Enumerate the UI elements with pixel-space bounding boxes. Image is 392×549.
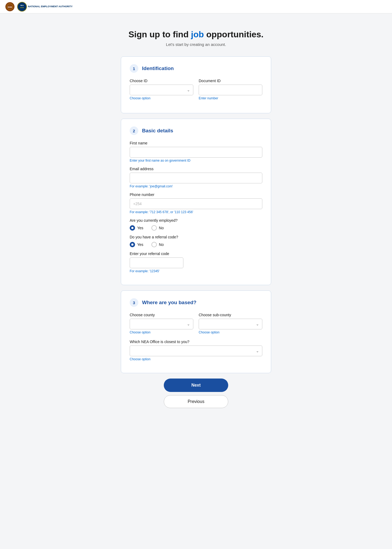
identification-title: Identification [142, 66, 174, 71]
next-button[interactable]: Next [164, 379, 228, 392]
county-select[interactable]: Nairobi Mombasa Kisumu [130, 319, 193, 329]
document-id-input[interactable] [199, 85, 262, 95]
basic-details-section: 2 Basic details First name Enter your fi… [121, 119, 271, 285]
enter-referral-group: Enter your referral code For example: '1… [130, 252, 262, 273]
referral-code-input[interactable] [130, 257, 183, 268]
nea-office-group: Which NEA Office is closest to you? ⌄ Ch… [130, 340, 262, 361]
document-id-hint: Enter number [199, 96, 262, 100]
subcounty-label: Choose sub-county [199, 313, 262, 317]
first-name-group: First name Enter your first name as on g… [130, 141, 262, 162]
referral-no-radio[interactable] [151, 242, 157, 247]
location-header: 3 Where are you based? [130, 298, 262, 307]
page-title: Sign up to find job opportunities. [121, 30, 271, 39]
choose-id-group: Choose ID National ID Passport Alien ID … [130, 79, 193, 100]
employed-no-label: No [159, 226, 164, 230]
employed-yes-item[interactable]: Yes [130, 225, 143, 231]
referral-no-item[interactable]: No [151, 242, 164, 247]
email-label: Email address [130, 167, 262, 171]
government-logo: GOK NEA KENYA NATIONAL EMPLOYMENT AUTHOR… [5, 2, 72, 12]
referral-question-group: Do you have a referral code? Yes No [130, 235, 262, 247]
svg-text:NEA: NEA [20, 5, 24, 6]
gov-emblem: GOK [5, 2, 14, 11]
county-group: Choose county Nairobi Mombasa Kisumu ⌄ C… [130, 313, 193, 334]
subcounty-group: Choose sub-county ⌄ Choose option [199, 313, 262, 334]
county-hint: Choose option [130, 330, 193, 334]
referral-yes-radio[interactable] [130, 242, 135, 247]
phone-label: Phone number [130, 192, 262, 197]
nea-office-select-wrapper: ⌄ [130, 346, 262, 356]
choose-id-label: Choose ID [130, 79, 193, 83]
section-number-2: 2 [130, 126, 138, 135]
section-number-1: 1 [130, 64, 138, 73]
location-title: Where are you based? [142, 300, 197, 306]
employed-yes-label: Yes [137, 226, 143, 230]
previous-button[interactable]: Previous [164, 395, 228, 408]
nea-office-hint: Choose option [130, 357, 262, 361]
page-content: Sign up to find job opportunities. Let's… [115, 13, 277, 430]
employed-radio-group: Yes No [130, 225, 262, 231]
first-name-label: First name [130, 141, 262, 145]
enter-referral-label: Enter your referral code [130, 252, 262, 256]
nea-emblem: NEA KENYA [17, 2, 27, 12]
page-subtitle: Let's start by creating an account. [121, 42, 271, 47]
phone-input[interactable] [130, 198, 262, 209]
email-hint: For example: 'joe@gmail.com' [130, 184, 262, 188]
employed-label: Are you currently employed? [130, 218, 262, 223]
title-highlight: job [191, 30, 204, 39]
subcounty-hint: Choose option [199, 330, 262, 334]
referral-yes-item[interactable]: Yes [130, 242, 143, 247]
subcounty-select[interactable] [199, 319, 262, 329]
phone-group: Phone number For example: '712 345 678',… [130, 192, 262, 214]
county-select-wrapper: Nairobi Mombasa Kisumu ⌄ [130, 319, 193, 329]
section-number-3: 3 [130, 298, 138, 307]
first-name-hint: Enter your first name as on government I… [130, 159, 262, 162]
svg-point-2 [17, 2, 27, 11]
email-input[interactable] [130, 173, 262, 183]
svg-text:GOK: GOK [8, 6, 12, 8]
first-name-input[interactable] [130, 147, 262, 158]
subcounty-select-wrapper: ⌄ [199, 319, 262, 329]
county-row: Choose county Nairobi Mombasa Kisumu ⌄ C… [130, 313, 262, 339]
title-suffix: opportunities. [204, 30, 263, 39]
referral-code-label: Do you have a referral code? [130, 235, 262, 239]
nea-logo-wrapper: NEA KENYA NATIONAL EMPLOYMENT AUTHORITY [17, 2, 72, 12]
referral-no-label: No [159, 242, 164, 247]
referral-radio-group: Yes No [130, 242, 262, 247]
basic-details-title: Basic details [142, 128, 173, 134]
header: GOK NEA KENYA NATIONAL EMPLOYMENT AUTHOR… [0, 0, 392, 13]
document-id-label: Document ID [199, 79, 262, 83]
choose-id-select-wrapper: National ID Passport Alien ID ⌄ [130, 85, 193, 95]
email-group: Email address For example: 'joe@gmail.co… [130, 167, 262, 188]
employed-no-item[interactable]: No [151, 225, 164, 231]
nea-office-select[interactable] [130, 346, 262, 356]
choose-id-hint: Choose option [130, 96, 193, 100]
phone-hint: For example: '712 345 678', or '110 123 … [130, 210, 262, 214]
document-id-group: Document ID Enter number [199, 79, 262, 100]
svg-text:KENYA: KENYA [20, 7, 24, 8]
nea-office-label: Which NEA Office is closest to you? [130, 340, 262, 344]
choose-id-select[interactable]: National ID Passport Alien ID [130, 85, 193, 95]
employed-no-radio[interactable] [151, 225, 157, 231]
enter-referral-hint: For example: '12345' [130, 269, 262, 273]
id-row: Choose ID National ID Passport Alien ID … [130, 79, 262, 104]
employed-group: Are you currently employed? Yes No [130, 218, 262, 231]
location-section: 3 Where are you based? Choose county Nai… [121, 290, 271, 373]
identification-section: 1 Identification Choose ID National ID P… [121, 56, 271, 113]
county-label: Choose county [130, 313, 193, 317]
nea-text: NATIONAL EMPLOYMENT AUTHORITY [28, 5, 72, 8]
identification-header: 1 Identification [130, 64, 262, 73]
employed-yes-radio[interactable] [130, 225, 135, 231]
referral-yes-label: Yes [137, 242, 143, 247]
title-prefix: Sign up to find [128, 30, 191, 39]
basic-details-header: 2 Basic details [130, 126, 262, 135]
